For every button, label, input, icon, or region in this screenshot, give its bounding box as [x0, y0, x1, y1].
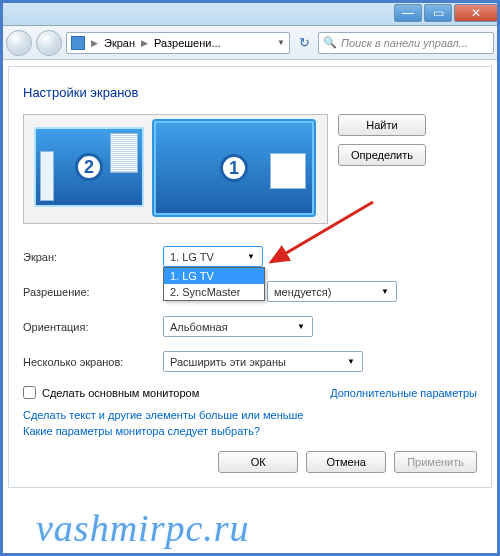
minimize-button[interactable]: —: [394, 4, 422, 22]
chevron-down-icon: ▼: [293, 317, 308, 336]
breadcrumb-screen[interactable]: Экран: [104, 37, 135, 49]
ok-button[interactable]: ОК: [218, 451, 298, 473]
screen-row: Экран: 1. LG TV ▼ 1. LG TV 2. SyncMaster: [23, 246, 477, 267]
resolution-value: мендуется): [274, 286, 331, 298]
breadcrumb-resolution[interactable]: Разрешени...: [154, 37, 221, 49]
settings-panel: Настройки экранов 2 1 Найти Определить Э…: [8, 66, 492, 488]
orientation-row: Ориентация: Альбомная ▼: [23, 316, 477, 337]
watermark-text: vashmirpc.ru: [36, 506, 250, 550]
find-button[interactable]: Найти: [338, 114, 426, 136]
screen-option-2[interactable]: 2. SyncMaster: [164, 284, 264, 300]
address-bar[interactable]: ▶ Экран ▶ Разрешени... ▼: [66, 32, 290, 54]
make-main-checkbox[interactable]: [23, 386, 36, 399]
main-monitor-row: Сделать основным монитором Дополнительны…: [23, 386, 477, 399]
search-input[interactable]: 🔍 Поиск в панели управл...: [318, 32, 494, 54]
resolution-combobox[interactable]: мендуется) ▼: [267, 281, 397, 302]
display-arrangement-row: 2 1 Найти Определить: [23, 114, 477, 224]
breadcrumb-separator: ▶: [141, 38, 148, 48]
back-button[interactable]: [6, 30, 32, 56]
screen-label: Экран:: [23, 251, 163, 263]
display-buttons-column: Найти Определить: [338, 114, 426, 224]
dialog-button-row: ОК Отмена Применить: [23, 451, 477, 473]
breadcrumb-separator: ▶: [91, 38, 98, 48]
address-dropdown-icon[interactable]: ▼: [277, 38, 285, 47]
forward-button[interactable]: [36, 30, 62, 56]
maximize-button[interactable]: ▭: [424, 4, 452, 22]
screen-combobox[interactable]: 1. LG TV ▼ 1. LG TV 2. SyncMaster: [163, 246, 263, 267]
close-button[interactable]: ✕: [454, 4, 498, 22]
multi-display-row: Несколько экранов: Расширить эти экраны …: [23, 351, 477, 372]
chevron-down-icon: ▼: [243, 247, 258, 266]
monitor-1-number: 1: [220, 154, 248, 182]
window-thumb-icon: [110, 133, 138, 173]
monitor-2[interactable]: 2: [34, 127, 144, 207]
chevron-down-icon: ▼: [377, 282, 392, 301]
extra-params-link[interactable]: Дополнительные параметры: [330, 387, 477, 399]
screen-option-1[interactable]: 1. LG TV: [164, 268, 264, 284]
taskbar-thumb-icon: [40, 151, 54, 201]
chevron-down-icon: ▼: [343, 352, 358, 371]
refresh-button[interactable]: ↻: [294, 33, 314, 53]
display-arrangement-box[interactable]: 2 1: [23, 114, 328, 224]
window-thumb-icon: [270, 153, 306, 189]
window-titlebar: — ▭ ✕: [0, 0, 500, 26]
resolution-label: Разрешение:: [23, 286, 163, 298]
orientation-value: Альбомная: [170, 321, 228, 333]
make-main-label: Сделать основным монитором: [42, 387, 199, 399]
monitor-2-number: 2: [75, 153, 103, 181]
cancel-button[interactable]: Отмена: [306, 451, 386, 473]
multi-display-combobox[interactable]: Расширить эти экраны ▼: [163, 351, 363, 372]
detect-button[interactable]: Определить: [338, 144, 426, 166]
screen-value: 1. LG TV: [170, 251, 214, 263]
multi-display-label: Несколько экранов:: [23, 356, 163, 368]
orientation-combobox[interactable]: Альбомная ▼: [163, 316, 313, 337]
search-placeholder: Поиск в панели управл...: [341, 37, 468, 49]
search-icon: 🔍: [323, 36, 337, 49]
display-icon: [71, 36, 85, 50]
orientation-label: Ориентация:: [23, 321, 163, 333]
which-params-link[interactable]: Какие параметры монитора следует выбрать…: [23, 425, 477, 437]
navigation-bar: ▶ Экран ▶ Разрешени... ▼ ↻ 🔍 Поиск в пан…: [0, 26, 500, 60]
monitor-1[interactable]: 1: [154, 121, 314, 215]
apply-button[interactable]: Применить: [394, 451, 477, 473]
page-title: Настройки экранов: [23, 85, 477, 100]
text-size-link[interactable]: Сделать текст и другие элементы больше и…: [23, 409, 477, 421]
multi-display-value: Расширить эти экраны: [170, 356, 286, 368]
screen-dropdown: 1. LG TV 2. SyncMaster: [163, 267, 265, 301]
